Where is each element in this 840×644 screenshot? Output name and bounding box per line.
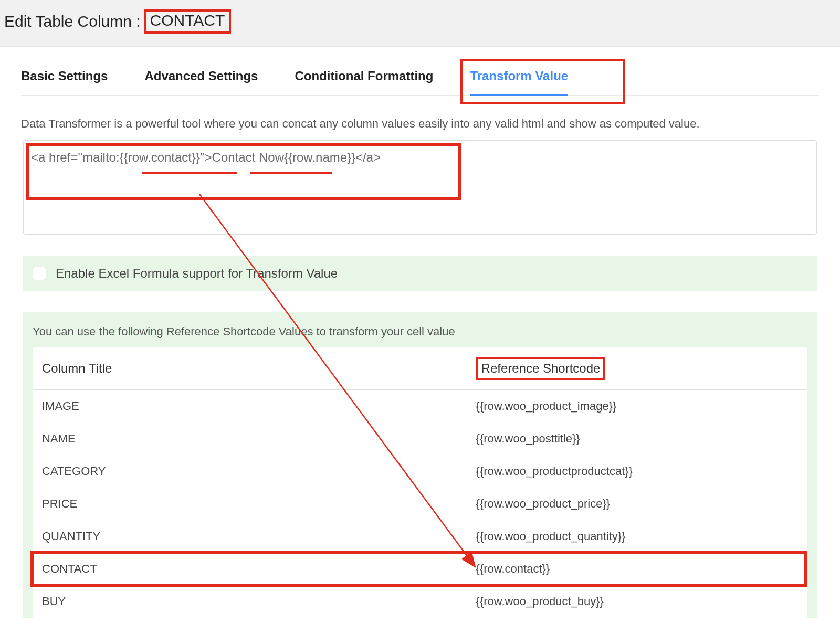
tab-advanced-settings[interactable]: Advanced Settings xyxy=(144,65,258,95)
cell-column-title: NAME xyxy=(33,423,467,455)
cell-reference-shortcode: {{row.woo_productproductcat}} xyxy=(467,455,807,488)
cell-column-title: CONTACT xyxy=(33,553,467,585)
cell-column-title: PRICE xyxy=(33,488,467,520)
table-row: IMAGE{{row.woo_product_image}} xyxy=(33,390,807,423)
tab-conditional-formatting[interactable]: Conditional Formatting xyxy=(295,65,433,95)
th-column-title: Column Title xyxy=(33,347,467,390)
table-row: PRICE{{row.woo_product_price}} xyxy=(33,488,807,520)
tabs: Basic Settings Advanced Settings Conditi… xyxy=(21,47,819,96)
cell-reference-shortcode: {{row.contact}} xyxy=(467,553,807,585)
shortcode-panel: You can use the following Reference Shor… xyxy=(23,312,817,618)
tab-transform-value-label: Transform Value xyxy=(470,69,568,83)
cell-column-title: BUY xyxy=(33,585,467,618)
table-row: QUANTITY{{row.woo_product_quantity}} xyxy=(33,520,807,553)
tab-transform-value[interactable]: Transform Value xyxy=(470,65,568,95)
tab-basic-settings[interactable]: Basic Settings xyxy=(21,65,108,95)
cell-reference-shortcode: {{row.woo_product_price}} xyxy=(467,488,807,520)
transformer-description: Data Transformer is a powerful tool wher… xyxy=(0,96,840,140)
th-reference-shortcode-label: Reference Shortcode xyxy=(476,357,606,380)
tabs-container: Basic Settings Advanced Settings Conditi… xyxy=(0,47,840,96)
transform-value-input[interactable]: <a href="mailto:{{row.contact}}">Contact… xyxy=(23,140,817,235)
transform-value-content: <a href="mailto:{{row.contact}}">Contact… xyxy=(31,150,809,165)
th-reference-shortcode: Reference Shortcode xyxy=(467,347,807,390)
shortcode-table: Column Title Reference Shortcode IMAGE{{… xyxy=(33,347,807,618)
header-column-name: CONTACT xyxy=(144,9,232,34)
cell-column-title: QUANTITY xyxy=(33,520,467,553)
shortcode-intro: You can use the following Reference Shor… xyxy=(33,325,807,347)
excel-formula-checkbox[interactable] xyxy=(33,267,46,280)
cell-reference-shortcode: {{row.woo_product_quantity}} xyxy=(467,520,807,553)
cell-column-title: IMAGE xyxy=(33,390,467,423)
cell-column-title: CATEGORY xyxy=(33,455,467,488)
cell-reference-shortcode: {{row.woo_product_image}} xyxy=(467,390,807,423)
annotation-underline xyxy=(142,172,237,174)
excel-formula-option: Enable Excel Formula support for Transfo… xyxy=(23,256,817,291)
annotation-underline xyxy=(250,172,332,174)
cell-reference-shortcode: {{row.woo_product_buy}} xyxy=(467,585,807,618)
table-row: CONTACT{{row.contact}} xyxy=(33,553,807,585)
table-row: BUY{{row.woo_product_buy}} xyxy=(33,585,807,618)
page-header: Edit Table Column : CONTACT xyxy=(0,0,840,47)
table-row: CATEGORY{{row.woo_productproductcat}} xyxy=(33,455,807,488)
cell-reference-shortcode: {{row.woo_posttitle}} xyxy=(467,423,807,455)
excel-formula-label: Enable Excel Formula support for Transfo… xyxy=(56,266,338,281)
table-row: NAME{{row.woo_posttitle}} xyxy=(33,423,807,455)
header-prefix: Edit Table Column : xyxy=(4,13,144,30)
